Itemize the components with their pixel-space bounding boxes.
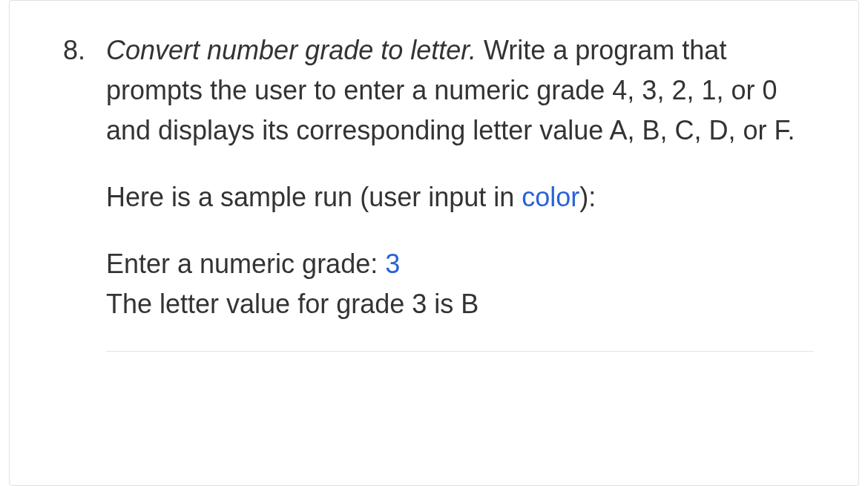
exercise-card: 8. Convert number grade to letter. Write… — [9, 0, 859, 486]
problem-statement: Convert number grade to letter. Write a … — [106, 30, 814, 151]
sample-user-input: 3 — [385, 249, 400, 279]
sample-intro: Here is a sample run (user input in colo… — [106, 177, 814, 217]
problem-title: Convert number grade to letter. — [106, 35, 476, 65]
sample-intro-color-word: color — [522, 182, 579, 212]
sample-intro-suffix: ): — [579, 182, 596, 212]
list-item: 8. Convert number grade to letter. Write… — [54, 30, 814, 352]
sample-prompt: Enter a numeric grade: — [106, 249, 385, 279]
item-number: 8. — [54, 30, 106, 70]
sample-run: Enter a numeric grade: 3 The letter valu… — [106, 244, 814, 324]
sample-line-1: Enter a numeric grade: 3 — [106, 244, 814, 284]
sample-intro-prefix: Here is a sample run (user input in — [106, 182, 522, 212]
divider — [106, 351, 814, 352]
item-content: Convert number grade to letter. Write a … — [106, 30, 814, 352]
sample-line-2: The letter value for grade 3 is B — [106, 284, 814, 324]
